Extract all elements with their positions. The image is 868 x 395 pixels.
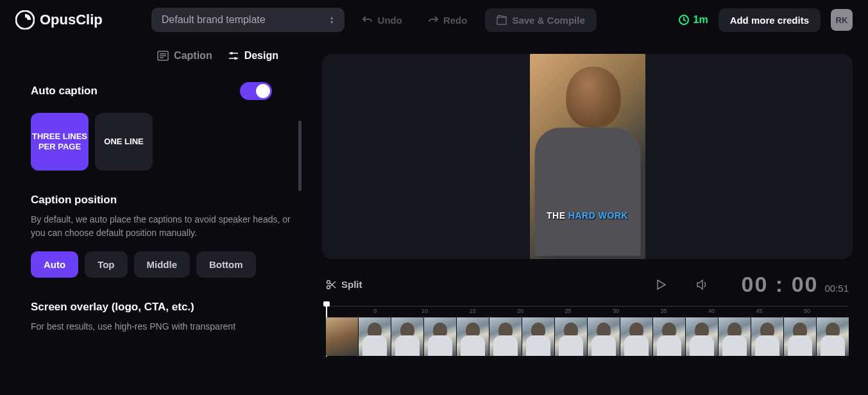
timeline-thumb[interactable] bbox=[522, 317, 554, 356]
ruler-tick: 5 bbox=[374, 308, 377, 314]
svg-point-10 bbox=[234, 57, 237, 60]
avatar[interactable]: RK bbox=[831, 9, 853, 31]
ruler-tick: 45 bbox=[756, 308, 763, 314]
tab-design-label: Design bbox=[244, 50, 278, 62]
tab-caption-label: Caption bbox=[174, 50, 212, 62]
undo-button[interactable]: Undo bbox=[355, 10, 410, 31]
add-credits-label: Add more credits bbox=[730, 15, 809, 26]
timeline-controls: Split 00 : 00 00:51 bbox=[322, 259, 853, 303]
credits-value: 1m bbox=[694, 14, 708, 26]
auto-caption-toggle[interactable] bbox=[240, 82, 272, 100]
position-bottom[interactable]: Bottom bbox=[196, 251, 256, 278]
position-middle[interactable]: Middle bbox=[134, 251, 191, 278]
avatar-initials: RK bbox=[836, 15, 848, 25]
caption-position-title: Caption position bbox=[31, 194, 291, 206]
svg-point-0 bbox=[16, 11, 34, 29]
ruler-tick: 20 bbox=[517, 308, 523, 314]
redo-label: Redo bbox=[443, 15, 468, 26]
preview-area: THE HARD WORK Split 00 : 00 00:51 510152… bbox=[307, 40, 868, 395]
video-preview[interactable]: THE HARD WORK bbox=[530, 54, 645, 259]
scrollbar[interactable] bbox=[298, 121, 302, 191]
design-icon bbox=[228, 50, 239, 62]
person-body bbox=[534, 128, 640, 256]
position-bottom-label: Bottom bbox=[209, 259, 243, 270]
ruler-tick: 25 bbox=[565, 308, 572, 314]
tab-design[interactable]: Design bbox=[228, 50, 278, 62]
timeline-thumb[interactable] bbox=[489, 317, 522, 356]
tabs: Caption Design bbox=[31, 50, 291, 82]
clapperboard-icon bbox=[497, 15, 507, 25]
timeline-thumb[interactable] bbox=[620, 317, 652, 356]
save-compile-button[interactable]: Save & Compile bbox=[485, 8, 596, 32]
timeline-thumb[interactable] bbox=[326, 317, 358, 356]
timeline-thumb[interactable] bbox=[359, 317, 391, 356]
chevron-updown-icon: ▲▼ bbox=[330, 15, 334, 24]
position-options: Auto Top Middle Bottom bbox=[31, 251, 291, 278]
caption-word1: THE bbox=[547, 210, 568, 221]
time-display: 00 : 00 00:51 bbox=[742, 272, 849, 297]
style-three-lines-label: THREE LINES PER PAGE bbox=[31, 131, 89, 151]
ruler-tick: 50 bbox=[804, 308, 810, 314]
svg-point-8 bbox=[230, 52, 233, 55]
timeline-thumb[interactable] bbox=[555, 317, 587, 356]
screen-overlay-desc: For best results, use high-res PNG with … bbox=[31, 320, 291, 333]
timeline-thumb[interactable] bbox=[391, 317, 423, 356]
ruler-tick: 40 bbox=[708, 308, 715, 314]
caption-overlay: THE HARD WORK bbox=[530, 210, 645, 221]
credits-time: 1m bbox=[678, 14, 708, 26]
volume-icon[interactable] bbox=[695, 278, 710, 292]
ruler-tick: 35 bbox=[661, 308, 667, 314]
ruler-tick: 30 bbox=[613, 308, 619, 314]
timeline-thumb[interactable] bbox=[457, 317, 489, 356]
timeline-thumb[interactable] bbox=[719, 317, 751, 356]
timeline-thumb[interactable] bbox=[751, 317, 783, 356]
undo-icon bbox=[362, 15, 373, 25]
timeline-thumb[interactable] bbox=[653, 317, 685, 356]
play-icon[interactable] bbox=[654, 278, 667, 291]
timeline-ruler[interactable]: 5101520253035404550 bbox=[326, 306, 849, 317]
timeline-thumb[interactable] bbox=[784, 317, 816, 356]
person-head bbox=[566, 67, 620, 128]
timeline-thumb[interactable] bbox=[588, 317, 620, 356]
tab-caption[interactable]: Caption bbox=[157, 50, 212, 62]
ruler-tick: 15 bbox=[470, 308, 476, 314]
auto-caption-label: Auto caption bbox=[31, 85, 98, 97]
undo-label: Undo bbox=[378, 15, 402, 26]
redo-button[interactable]: Redo bbox=[420, 10, 475, 31]
split-button[interactable]: Split bbox=[326, 279, 362, 290]
add-credits-button[interactable]: Add more credits bbox=[719, 8, 821, 32]
timeline-thumb[interactable] bbox=[686, 317, 718, 356]
position-top-label: Top bbox=[98, 259, 114, 270]
position-top[interactable]: Top bbox=[85, 251, 127, 278]
scissors-icon bbox=[326, 280, 336, 290]
ruler-tick: 10 bbox=[421, 308, 428, 314]
opusclip-logo-icon bbox=[15, 10, 35, 29]
save-label: Save & Compile bbox=[512, 15, 584, 26]
redo-icon bbox=[428, 15, 438, 25]
main-content: Caption Design Auto caption THREE LINES … bbox=[0, 40, 868, 395]
style-one-line-label: ONE LINE bbox=[104, 137, 143, 147]
caption-word2: HARD WORK bbox=[568, 210, 628, 221]
clock-icon bbox=[678, 14, 690, 26]
style-one-line[interactable]: ONE LINE bbox=[95, 113, 153, 171]
screen-overlay-title: Screen overlay (logo, CTA, etc.) bbox=[31, 301, 291, 314]
caption-position-desc: By default, we auto place the captions t… bbox=[31, 213, 291, 240]
position-middle-label: Middle bbox=[147, 259, 178, 270]
template-label: Default brand template bbox=[162, 14, 266, 26]
template-selector[interactable]: Default brand template ▲▼ bbox=[151, 8, 345, 32]
position-auto[interactable]: Auto bbox=[31, 251, 78, 278]
style-three-lines[interactable]: THREE LINES PER PAGE bbox=[31, 113, 89, 171]
timeline-thumb[interactable] bbox=[817, 317, 849, 356]
timeline-thumb[interactable] bbox=[424, 317, 456, 356]
position-auto-label: Auto bbox=[44, 259, 65, 270]
logo[interactable]: OpusClip bbox=[15, 10, 103, 29]
preview-frame: THE HARD WORK bbox=[322, 54, 853, 259]
svg-marker-15 bbox=[658, 280, 665, 289]
logo-text: OpusClip bbox=[40, 12, 103, 28]
timeline-thumbs[interactable] bbox=[326, 317, 849, 356]
header-bar: OpusClip Default brand template ▲▼ Undo … bbox=[0, 0, 868, 40]
time-total: 00:51 bbox=[824, 283, 849, 294]
auto-caption-row: Auto caption bbox=[31, 82, 291, 100]
split-label: Split bbox=[341, 279, 362, 290]
caption-icon bbox=[157, 50, 169, 62]
